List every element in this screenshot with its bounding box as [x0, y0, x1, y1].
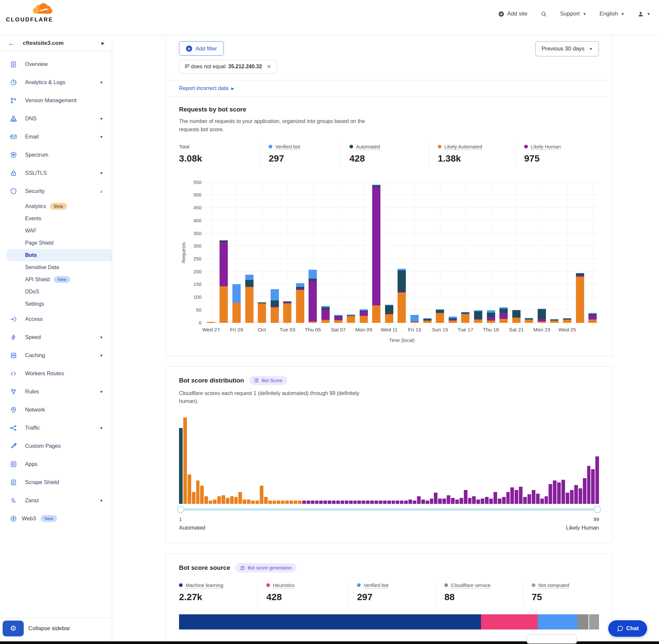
- sidebar-item-events[interactable]: Events: [0, 212, 112, 225]
- histogram-bar-score-53[interactable]: [400, 501, 403, 504]
- histogram-bar-score-25[interactable]: [281, 501, 284, 504]
- sidebar-item-access[interactable]: Access: [0, 310, 112, 328]
- histogram-bar-score-85[interactable]: [536, 493, 540, 504]
- bot-score-badge[interactable]: Bot Score: [249, 376, 287, 385]
- bar-segment-likely-human[interactable]: [360, 312, 368, 316]
- bar-segment-likely-automated[interactable]: [398, 293, 406, 322]
- histogram-bar-score-87[interactable]: [545, 496, 548, 504]
- search-button[interactable]: [541, 11, 547, 17]
- bar-segment-likely-automated[interactable]: [576, 277, 584, 322]
- bar-segment-likely-automated[interactable]: [474, 320, 482, 322]
- sidebar-item-analytics[interactable]: AnalyticsBeta: [0, 200, 112, 212]
- histogram-bar-score-66[interactable]: [455, 500, 459, 504]
- chart-bar[interactable]: [538, 309, 546, 323]
- sidebar-item-rules[interactable]: Rules▼: [0, 383, 112, 401]
- histogram-bar-score-69[interactable]: [468, 498, 472, 504]
- histogram-bar-score-7[interactable]: [204, 496, 208, 504]
- bar-segment-automated[interactable]: [487, 313, 495, 317]
- remove-filter-icon[interactable]: ✕: [267, 63, 271, 70]
- chart-bar[interactable]: [499, 307, 508, 322]
- chart-bar[interactable]: [309, 270, 317, 323]
- histogram-bar-score-64[interactable]: [447, 495, 450, 504]
- sidebar-item-security[interactable]: Security▲: [0, 182, 112, 200]
- histogram-bar-score-19[interactable]: [256, 501, 259, 504]
- cloudflare-logo[interactable]: CLOUDFLARE: [6, 2, 55, 23]
- bar-segment-likely-human[interactable]: [372, 187, 380, 305]
- histogram-bar-score-99[interactable]: [595, 456, 599, 504]
- histogram-bar-score-27[interactable]: [289, 501, 293, 504]
- chart-bar[interactable]: [474, 310, 482, 322]
- sidebar-item-workers-routes[interactable]: Workers Routes: [0, 364, 112, 383]
- histogram-bar-score-54[interactable]: [404, 501, 408, 504]
- sidebar-item-analytics-logs[interactable]: Analytics & Logs▼: [0, 73, 112, 91]
- bar-segment-likely-human[interactable]: [499, 313, 508, 319]
- histogram-bar-score-45[interactable]: [366, 501, 370, 504]
- chart-bar-slot[interactable]: [561, 182, 573, 323]
- bar-segment-likely-human[interactable]: [538, 319, 546, 322]
- chart-bar[interactable]: [347, 315, 355, 323]
- chart-bar-slot[interactable]: [573, 182, 587, 323]
- bar-segment-likely-automated[interactable]: [322, 320, 330, 323]
- histogram-bar-score-98[interactable]: [591, 469, 595, 504]
- histogram-bar-score-55[interactable]: [408, 500, 412, 504]
- histogram-bar-score-49[interactable]: [383, 501, 387, 504]
- bar-segment-likely-human[interactable]: [322, 309, 330, 320]
- partial-bottom-widget[interactable]: [527, 635, 577, 644]
- histogram-bar-score-44[interactable]: [362, 501, 365, 504]
- report-incorrect-data-link[interactable]: Report incorrect data ▶: [166, 80, 612, 97]
- sidebar-item-bots[interactable]: Bots: [6, 249, 112, 261]
- bar-segment-automated[interactable]: [398, 270, 406, 292]
- stat-label[interactable]: Automated: [356, 144, 380, 150]
- bar-segment-likely-human[interactable]: [309, 281, 317, 321]
- sidebar-item-scrape-shield[interactable]: Scrape Shield: [0, 473, 112, 491]
- sidebar-item-email[interactable]: Email▼: [0, 128, 112, 146]
- histogram-bar-score-74[interactable]: [489, 499, 493, 504]
- histogram-bar-score-62[interactable]: [438, 499, 442, 504]
- histogram-bar-score-8[interactable]: [209, 501, 212, 504]
- time-range-dropdown[interactable]: Previous 30 days ▼: [535, 41, 599, 56]
- bar-segment-likely-automated[interactable]: [525, 320, 533, 322]
- chart-bar-slot[interactable]: [408, 182, 421, 323]
- bar-segment-likely-human[interactable]: [588, 315, 597, 319]
- chart-bar[interactable]: [283, 301, 291, 323]
- histogram-bar-score-22[interactable]: [268, 501, 272, 504]
- sidebar-item-page-shield[interactable]: Page Shield: [0, 237, 112, 249]
- back-arrow-icon[interactable]: ←: [8, 39, 15, 47]
- histogram-bar-score-6[interactable]: [200, 486, 204, 504]
- chart-bar[interactable]: [563, 318, 571, 323]
- chart-bar-slot[interactable]: [217, 182, 231, 323]
- histogram-bar-score-35[interactable]: [323, 501, 327, 504]
- chart-bar-slot[interactable]: [357, 182, 370, 323]
- histogram-bar-score-67[interactable]: [460, 498, 463, 504]
- chart-bar-slot[interactable]: [307, 182, 320, 323]
- source-segment-not-computed[interactable]: [589, 614, 599, 629]
- chart-bar[interactable]: [334, 315, 343, 323]
- histogram-bar-score-11[interactable]: [221, 495, 225, 504]
- histogram-bar-score-14[interactable]: [234, 497, 238, 504]
- chart-bar-slot[interactable]: [230, 182, 243, 323]
- sidebar-item-sensitive-data[interactable]: Sensitive Data: [0, 261, 112, 273]
- chart-bar-slot[interactable]: [459, 182, 472, 323]
- slider-handle-min[interactable]: [177, 506, 184, 513]
- histogram-bar-score-4[interactable]: [192, 492, 195, 504]
- histogram-bar-score-2[interactable]: [183, 417, 187, 504]
- histogram-bar-score-1[interactable]: [179, 428, 183, 504]
- histogram-bar-score-20[interactable]: [260, 486, 263, 504]
- sidebar-item-traffic[interactable]: Traffic▼: [0, 419, 112, 437]
- bar-segment-likely-automated[interactable]: [499, 319, 508, 323]
- histogram-bar-score-92[interactable]: [566, 493, 569, 504]
- histogram-bar-score-30[interactable]: [302, 501, 306, 504]
- chart-bar[interactable]: [588, 313, 597, 322]
- chart-bar[interactable]: [372, 185, 380, 322]
- add-filter-button[interactable]: + Add filter: [179, 41, 224, 56]
- chart-bar[interactable]: [487, 310, 495, 322]
- stat-label[interactable]: Heuristics: [273, 582, 295, 588]
- add-site-button[interactable]: Add site: [498, 10, 527, 17]
- histogram-bar-score-72[interactable]: [481, 499, 484, 504]
- bar-segment-likely-automated[interactable]: [360, 316, 368, 322]
- histogram-bar-score-65[interactable]: [451, 498, 455, 504]
- chart-bar-slot[interactable]: [319, 182, 332, 323]
- chart-bar[interactable]: [436, 309, 444, 322]
- histogram-bar-score-24[interactable]: [277, 501, 280, 504]
- chart-bar[interactable]: [270, 289, 279, 322]
